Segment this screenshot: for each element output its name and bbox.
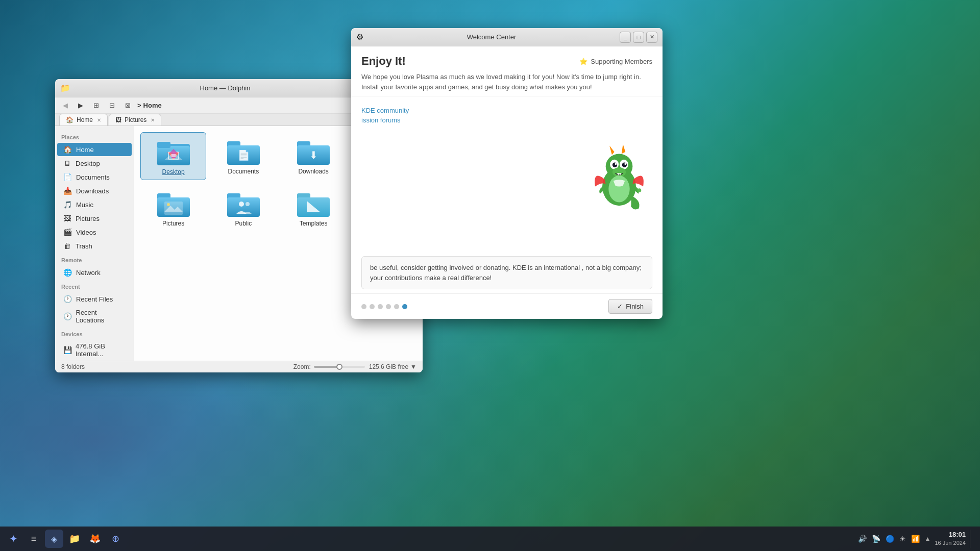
sidebar-item-network[interactable]: 🌐 Network bbox=[57, 266, 132, 279]
audio-icon[interactable]: 🔊 bbox=[858, 535, 867, 543]
zoom-slider[interactable] bbox=[314, 366, 365, 368]
sidebar-item-trash[interactable]: 🗑 Trash bbox=[57, 239, 132, 253]
taskbar-firefox[interactable]: 🦊 bbox=[86, 530, 104, 548]
sidebar-item-desktop-label: Desktop bbox=[76, 160, 100, 167]
show-desktop-button[interactable] bbox=[970, 530, 974, 548]
free-space-text: 125.6 GiB free bbox=[369, 363, 408, 370]
dot-2[interactable] bbox=[370, 304, 375, 309]
clock-time: 18:01 bbox=[935, 531, 966, 539]
supporting-members-label: Supporting Members bbox=[591, 58, 652, 65]
view-extra-button[interactable]: ⊠ bbox=[121, 99, 134, 111]
folder-icon-templates bbox=[297, 189, 330, 217]
file-item-downloads[interactable]: ⬇ Downloads bbox=[281, 132, 347, 180]
file-item-documents[interactable]: 📄 Documents bbox=[210, 132, 276, 180]
tab-pictures[interactable]: 🖼 Pictures ✕ bbox=[109, 114, 161, 126]
documents-icon: 📄 bbox=[63, 173, 72, 181]
file-item-desktop[interactable]: Desktop bbox=[140, 132, 206, 180]
sidebar-item-music[interactable]: 🎵 Music bbox=[57, 198, 132, 211]
taskbar-dolphin[interactable]: 📁 bbox=[65, 530, 84, 548]
dot-3[interactable] bbox=[378, 304, 383, 309]
svg-rect-21 bbox=[227, 197, 260, 217]
folder-icon-desktop bbox=[157, 138, 190, 165]
sidebar-item-internal-drive[interactable]: 💾 476.8 GiB Internal... bbox=[57, 340, 132, 360]
taskbar-activities[interactable]: ◈ bbox=[45, 530, 63, 548]
sidebar-item-home[interactable]: 🏠 Home bbox=[57, 143, 132, 156]
welcome-maximize-button[interactable]: □ bbox=[633, 32, 644, 43]
svg-point-37 bbox=[624, 163, 626, 165]
file-label-templates: Templates bbox=[300, 220, 328, 227]
view-icons-button[interactable]: ⊞ bbox=[90, 99, 103, 111]
file-label-desktop: Desktop bbox=[162, 168, 185, 176]
welcome-window-controls: _ □ ✕ bbox=[620, 32, 657, 43]
welcome-close-button[interactable]: ✕ bbox=[646, 32, 657, 43]
bluetooth-icon[interactable]: 🔵 bbox=[886, 535, 894, 543]
folder-icon-public bbox=[227, 189, 260, 217]
kde-community-link[interactable]: KDE community bbox=[361, 107, 566, 114]
svg-rect-3 bbox=[157, 142, 170, 148]
sidebar-item-downloads[interactable]: 📥 Downloads bbox=[57, 184, 132, 197]
dot-4[interactable] bbox=[386, 304, 391, 309]
welcome-window: ⚙ Welcome Center _ □ ✕ Enjoy It! ⭐ Suppo… bbox=[351, 28, 663, 319]
brightness-icon[interactable]: ☀ bbox=[899, 535, 906, 543]
folder-count: 8 folders bbox=[61, 363, 85, 370]
tab-home-close[interactable]: ✕ bbox=[97, 117, 101, 123]
free-space-chevron: ▼ bbox=[410, 363, 416, 370]
tab-home[interactable]: 🏠 Home ✕ bbox=[59, 114, 108, 126]
taskbar-app-launcher[interactable]: ✦ bbox=[4, 530, 22, 548]
dot-5[interactable] bbox=[394, 304, 399, 309]
wifi-icon[interactable]: 📶 bbox=[911, 535, 920, 543]
forward-button[interactable]: ▶ bbox=[75, 99, 87, 111]
pagination-dots bbox=[361, 304, 407, 309]
sidebar-item-videos[interactable]: 🎬 Videos bbox=[57, 226, 132, 239]
sidebar-item-pictures-label: Pictures bbox=[76, 215, 100, 222]
downloads-icon: 📥 bbox=[63, 187, 72, 195]
sidebar-item-documents[interactable]: 📄 Documents bbox=[57, 170, 132, 184]
recent-files-icon: 🕐 bbox=[63, 295, 72, 303]
finish-button[interactable]: ✓ Finish bbox=[608, 299, 652, 314]
network-tray-icon[interactable]: 📡 bbox=[872, 535, 880, 543]
file-item-public[interactable]: Public bbox=[210, 184, 276, 231]
sidebar-section-recent: Recent bbox=[55, 280, 134, 292]
sidebar-section-remote: Remote bbox=[55, 253, 134, 265]
breadcrumb-current[interactable]: Home bbox=[143, 102, 162, 109]
supporting-members-button[interactable]: ⭐ Supporting Members bbox=[579, 58, 652, 65]
clock-date: 16 Jun 2024 bbox=[935, 539, 966, 546]
taskbar-task-manager[interactable]: ≡ bbox=[24, 530, 43, 548]
taskbar-discover[interactable]: ⊕ bbox=[106, 530, 125, 548]
clock-area[interactable]: 18:01 16 Jun 2024 bbox=[935, 531, 966, 546]
file-item-templates[interactable]: Templates bbox=[281, 184, 347, 231]
tab-pictures-close[interactable]: ✕ bbox=[151, 117, 155, 123]
welcome-header-row: Enjoy It! ⭐ Supporting Members bbox=[361, 55, 652, 68]
sidebar-item-recent-locations[interactable]: 🕐 Recent Locations bbox=[57, 306, 132, 327]
zoom-label: Zoom: bbox=[293, 363, 311, 370]
sidebar-item-recent-files[interactable]: 🕐 Recent Files bbox=[57, 292, 132, 306]
folder-icon-downloads: ⬇ bbox=[297, 137, 330, 165]
welcome-header-area: Enjoy It! ⭐ Supporting Members We hope y… bbox=[351, 46, 663, 96]
welcome-subtitle: We hope you love Plasma as much as we lo… bbox=[361, 72, 652, 92]
tab-home-icon: 🏠 bbox=[66, 116, 74, 123]
sidebar-item-desktop[interactable]: 🖥 Desktop bbox=[57, 157, 132, 170]
folder-icon-pictures bbox=[157, 189, 190, 217]
file-item-pictures[interactable]: Pictures bbox=[140, 184, 206, 231]
kde-forums-link[interactable]: ission forums bbox=[361, 116, 566, 124]
view-icons-icon: ⊞ bbox=[93, 102, 99, 109]
sidebar-item-recent-files-label: Recent Files bbox=[76, 295, 113, 303]
svg-text:⬇: ⬇ bbox=[309, 149, 318, 161]
music-icon: 🎵 bbox=[63, 201, 72, 209]
sidebar-item-pictures[interactable]: 🖼 Pictures bbox=[57, 212, 132, 225]
sidebar-item-music-label: Music bbox=[76, 201, 93, 209]
back-icon: ◀ bbox=[63, 102, 68, 109]
welcome-minimize-button[interactable]: _ bbox=[620, 32, 631, 43]
svg-marker-39 bbox=[622, 144, 626, 154]
svg-point-22 bbox=[239, 202, 244, 207]
breadcrumb-area: > Home bbox=[137, 102, 355, 109]
back-button[interactable]: ◀ bbox=[59, 99, 71, 111]
view-detail-button[interactable]: ⊟ bbox=[106, 99, 118, 111]
svg-point-36 bbox=[615, 163, 617, 165]
taskbar: ✦ ≡ ◈ 📁 🦊 ⊕ 🔊 📡 🔵 ☀ 📶 ▲ 18:01 16 Jun 202… bbox=[0, 527, 980, 551]
welcome-donate-box: be useful, consider getting involved or … bbox=[361, 256, 652, 289]
dot-6[interactable] bbox=[402, 304, 407, 309]
sidebar-item-recent-locations-label: Recent Locations bbox=[76, 309, 126, 324]
dot-1[interactable] bbox=[361, 304, 366, 309]
system-tray-expand[interactable]: ▲ bbox=[925, 535, 931, 542]
